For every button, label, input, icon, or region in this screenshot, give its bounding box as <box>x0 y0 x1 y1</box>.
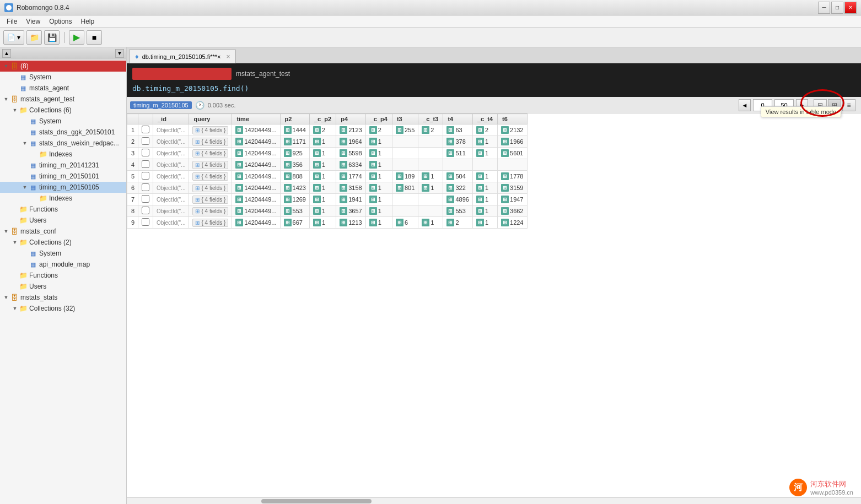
cell-c_t4 <box>472 159 497 171</box>
tree-item-functions1[interactable]: ▶ 📁 Functions <box>0 204 126 215</box>
expand-collections2[interactable]: ▼ <box>11 239 19 246</box>
cell-p4: ⊞5598 <box>336 148 365 159</box>
tree-item-system2[interactable]: ▶ ▦ System <box>0 116 126 127</box>
menu-help[interactable]: Help <box>77 17 99 26</box>
tree-item-mstats-conf[interactable]: ▼ 🗄 mstats_conf <box>0 226 126 237</box>
tree-item-system3[interactable]: ▶ ▦ System <box>0 248 126 259</box>
cell-query[interactable]: ⊞ { 4 fields } <box>189 217 232 229</box>
expand-timing-20150105[interactable]: ▼ <box>21 183 29 191</box>
tree-scroll-up[interactable]: ▲ <box>2 49 11 58</box>
nav-prev-button[interactable]: ◄ <box>739 99 751 111</box>
expand-collections32[interactable]: ▼ <box>11 305 19 312</box>
cell-query[interactable]: ⊞ { 4 fields } <box>189 136 232 148</box>
tree-item-system1[interactable]: ▶ ▦ System <box>0 72 126 83</box>
cell-time[interactable]: ⊞14204449... <box>232 194 280 205</box>
cell-query[interactable]: ⊞ { 4 fields } <box>189 148 232 159</box>
table-row[interactable]: 5ObjectId("...⊞ { 4 fields }⊞14204449...… <box>127 171 528 182</box>
row-checkbox[interactable] <box>138 159 153 171</box>
cell-time[interactable]: ⊞14204449... <box>232 205 280 217</box>
tab-close-button[interactable]: × <box>226 53 230 61</box>
table-row[interactable]: 7ObjectId("...⊞ { 4 fields }⊞14204449...… <box>127 194 528 205</box>
row-checkbox[interactable] <box>138 182 153 194</box>
cell-time[interactable]: ⊞14204449... <box>232 217 280 229</box>
menu-file[interactable]: File <box>2 17 21 26</box>
cell-query[interactable]: ⊞ { 4 fields } <box>189 124 232 136</box>
tree-item-collections2[interactable]: ▼ 📁 Collections (2) <box>0 237 126 248</box>
cell-t3: ⊞255 <box>392 124 418 136</box>
cell-c_t3 <box>418 148 443 159</box>
cell-query[interactable]: ⊞ { 4 fields } <box>189 159 232 171</box>
tree-item-stats-dns-weixin[interactable]: ▼ ▦ stats_dns_weixin_redpac... <box>0 138 126 149</box>
tree-item-timing-20150101[interactable]: ▶ ▦ timing_m_20150101 <box>0 171 126 182</box>
run-button[interactable]: ▶ <box>69 30 84 45</box>
menu-options[interactable]: Options <box>45 17 76 26</box>
cell-time[interactable]: ⊞14204449... <box>232 159 280 171</box>
tree-item-timing-20141231[interactable]: ▶ ▦ timing_m_20141231 <box>0 160 126 171</box>
cell-time[interactable]: ⊞14204449... <box>232 182 280 194</box>
tree-label-collections32: Collections (32) <box>29 305 75 312</box>
row-checkbox[interactable] <box>138 194 153 205</box>
tree-item-functions2[interactable]: ▶ 📁 Functions <box>0 270 126 281</box>
table-row[interactable]: 6ObjectId("...⊞ { 4 fields }⊞14204449...… <box>127 182 528 194</box>
new-dropdown-button[interactable]: 📄 ▾ <box>3 30 24 45</box>
row-checkbox[interactable] <box>138 124 153 136</box>
minimize-button[interactable]: ─ <box>818 2 830 14</box>
expand-mstats-conf[interactable]: ▼ <box>2 227 10 235</box>
cell-query[interactable]: ⊞ { 4 fields } <box>189 171 232 182</box>
cell-time[interactable]: ⊞14204449... <box>232 171 280 182</box>
table-row[interactable]: 8ObjectId("...⊞ { 4 fields }⊞14204449...… <box>127 205 528 217</box>
maximize-button[interactable]: □ <box>831 2 843 14</box>
collection-icon10: ▦ <box>29 261 37 268</box>
stop-button[interactable]: ■ <box>87 30 102 45</box>
tree-item-collections32[interactable]: ▼ 📁 Collections (32) <box>0 303 126 314</box>
tree-item-mstats-agent-test[interactable]: ▼ 🗄 mstats_agent_test <box>0 94 126 105</box>
tree-root[interactable]: ▼ 🗄 (8) <box>0 61 126 72</box>
tree-item-collections6[interactable]: ▼ 📁 Collections (6) <box>0 105 126 116</box>
cell-query[interactable]: ⊞ { 4 fields } <box>189 182 232 194</box>
tree-item-timing-20150105[interactable]: ▼ ▦ timing_m_20150105 <box>0 182 126 193</box>
view-text-button[interactable]: ≡ <box>842 99 855 111</box>
tree-item-mstats-agent[interactable]: ▶ ▦ mstats_agent <box>0 83 126 94</box>
close-button[interactable]: ✕ <box>844 2 857 14</box>
save-button[interactable]: 💾 <box>44 30 60 45</box>
h-scrollbar[interactable] <box>127 497 861 504</box>
tree-expand-root[interactable]: ▼ <box>2 62 10 70</box>
row-checkbox[interactable] <box>138 217 153 229</box>
cell-id: ObjectId("... <box>153 159 189 171</box>
table-row[interactable]: 2ObjectId("...⊞ { 4 fields }⊞14204449...… <box>127 136 528 148</box>
query-input[interactable]: db.timing_m_20150105.find() <box>132 84 855 93</box>
expand-mstats-stats[interactable]: ▼ <box>2 294 10 301</box>
tree-item-indexes1[interactable]: ▶ 📁 Indexes <box>0 149 126 160</box>
tree-item-api-module-map[interactable]: ▶ ▦ api_module_map <box>0 259 126 270</box>
tree-item-mstats-stats[interactable]: ▼ 🗄 mstats_stats <box>0 292 126 303</box>
cell-query[interactable]: ⊞ { 4 fields } <box>189 194 232 205</box>
cell-t6: ⊞1947 <box>498 194 527 205</box>
cell-time[interactable]: ⊞14204449... <box>232 124 280 136</box>
expand-collections6[interactable]: ▼ <box>11 106 19 114</box>
table-row[interactable]: 3ObjectId("...⊞ { 4 fields }⊞14204449...… <box>127 148 528 159</box>
cell-query[interactable]: ⊞ { 4 fields } <box>189 205 232 217</box>
tree-item-users2[interactable]: ▶ 📁 Users <box>0 281 126 292</box>
table-row[interactable]: 1ObjectId("...⊞ { 4 fields }⊞14204449...… <box>127 124 528 136</box>
row-checkbox[interactable] <box>138 205 153 217</box>
cell-c_p2: ⊞1 <box>310 136 336 148</box>
tree-item-stats-dns-ggk[interactable]: ▶ ▦ stats_dns_ggk_20150101 <box>0 127 126 138</box>
menu-view[interactable]: View <box>21 17 45 26</box>
row-checkbox[interactable] <box>138 148 153 159</box>
cell-time[interactable]: ⊞14204449... <box>232 148 280 159</box>
tree-item-users1[interactable]: ▶ 📁 Users <box>0 215 126 226</box>
row-checkbox[interactable] <box>138 136 153 148</box>
open-button[interactable]: 📁 <box>26 30 42 45</box>
table-row[interactable]: 4ObjectId("...⊞ { 4 fields }⊞14204449...… <box>127 159 528 171</box>
cell-time[interactable]: ⊞14204449... <box>232 136 280 148</box>
expand-weixin[interactable]: ▼ <box>21 139 29 147</box>
row-checkbox[interactable] <box>138 171 153 182</box>
tree-item-indexes2[interactable]: ▶ 📁 Indexes <box>0 193 126 204</box>
tree-scroll-down[interactable]: ▼ <box>115 49 124 58</box>
table-row[interactable]: 9ObjectId("...⊞ { 4 fields }⊞14204449...… <box>127 217 528 229</box>
expand-mstats-agent-test[interactable]: ▼ <box>2 95 10 103</box>
tab-main[interactable]: ♦ db.timing_m_20150105.fi***× × <box>129 50 236 63</box>
h-scrollbar-thumb[interactable] <box>261 499 372 503</box>
results-area: timing_m_20150105 🕐 0.003 sec. ◄ ► ⊟ ⊞ ≡… <box>127 97 861 504</box>
connection-bar[interactable] <box>132 68 232 80</box>
